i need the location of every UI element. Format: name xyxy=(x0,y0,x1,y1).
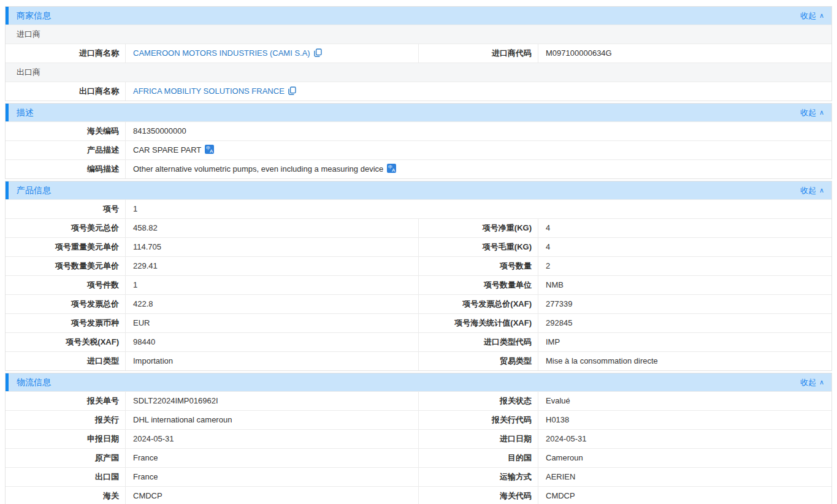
field-label: 项号件数 xyxy=(6,276,126,294)
collapse-button[interactable]: 收起∧ xyxy=(800,377,824,388)
value-text: 841350000000 xyxy=(133,126,186,136)
table-row: 项号1 xyxy=(6,199,831,218)
value-text: AERIEN xyxy=(546,472,575,481)
field-value: Mise à la consommation directe xyxy=(538,352,831,370)
field-label: 进口类型 xyxy=(6,352,126,370)
field-label: 项号海关统计值(XAF) xyxy=(419,314,538,332)
field-label: 申报日期 xyxy=(6,430,126,448)
value-text: CAR SPARE PART xyxy=(133,145,201,155)
svg-text:A: A xyxy=(210,148,213,154)
field-label: 项号净重(KG) xyxy=(419,219,538,237)
chevron-up-icon: ∧ xyxy=(819,109,824,116)
section-header: 商家信息收起∧ xyxy=(6,7,831,25)
collapse-label: 收起 xyxy=(800,185,816,196)
description-section: 描述收起∧海关编码841350000000产品描述CAR SPARE PART中… xyxy=(5,103,832,179)
value-text: SDLT22024IMP016962I xyxy=(133,396,218,405)
field-label: 进口商代码 xyxy=(419,44,538,63)
value-text: 229.41 xyxy=(133,261,158,270)
field-value: DHL international cameroun xyxy=(126,411,419,429)
value-text: CMDCP xyxy=(133,491,162,500)
field-value: CMDCP xyxy=(538,487,831,504)
value-text: CMDCP xyxy=(546,491,575,500)
value-text: M097100000634G xyxy=(546,48,612,58)
field-value: 292845 xyxy=(538,314,831,332)
field-label: 项号数量单位 xyxy=(419,276,538,294)
value-text: Mise à la consommation directe xyxy=(546,356,658,365)
product-info-section: 产品信息收起∧项号1项号美元总价458.82项号净重(KG)4项号重量美元单价1… xyxy=(5,181,832,371)
accent-bar xyxy=(6,373,9,391)
table-row: 进口类型Importation贸易类型Mise à la consommatio… xyxy=(6,351,831,370)
section-header: 描述收起∧ xyxy=(6,104,831,121)
value-text: 1 xyxy=(133,204,137,213)
value-text: 277339 xyxy=(546,299,572,308)
field-label: 产品描述 xyxy=(6,141,126,159)
table-row: 进口商名称CAMEROON MOTORS INDUSTRIES (CAMI S.… xyxy=(6,44,831,63)
copy-icon[interactable] xyxy=(314,48,322,57)
field-label: 目的国 xyxy=(419,449,538,467)
collapse-button[interactable]: 收起∧ xyxy=(800,10,824,21)
chevron-up-icon: ∧ xyxy=(819,187,824,194)
value-text: EUR xyxy=(133,318,150,327)
field-value: Importation xyxy=(126,352,419,370)
value-text: 292845 xyxy=(546,318,572,327)
value-text: Other alternative volumetric pumps, even… xyxy=(133,164,383,174)
collapse-button[interactable]: 收起∧ xyxy=(800,107,824,118)
table-row: 项号数量美元单价229.41项号数量2 xyxy=(6,256,831,275)
translate-icon[interactable]: 中A xyxy=(387,164,396,173)
svg-text:A: A xyxy=(392,167,396,173)
copy-icon[interactable] xyxy=(288,86,296,95)
field-label: 项号 xyxy=(6,200,126,218)
translate-icon[interactable]: 中A xyxy=(205,145,214,154)
field-label: 项号发票币种 xyxy=(6,314,126,332)
field-value: 2024-05-31 xyxy=(538,430,831,448)
field-value: Other alternative volumetric pumps, even… xyxy=(126,160,831,178)
field-label: 项号毛重(KG) xyxy=(419,238,538,256)
logistics-info-section: 物流信息收起∧报关单号SDLT22024IMP016962I报关状态Evalué… xyxy=(5,373,832,504)
value-text: 2024-05-31 xyxy=(133,434,174,443)
value-text: DHL international cameroun xyxy=(133,415,232,424)
field-label: 进口商名称 xyxy=(6,44,126,63)
field-value: H0138 xyxy=(538,411,831,429)
table-row: 项号美元总价458.82项号净重(KG)4 xyxy=(6,218,831,237)
accent-bar xyxy=(6,104,9,121)
collapse-label: 收起 xyxy=(800,10,816,21)
field-value: 422.8 xyxy=(126,295,419,313)
value-text: Cameroun xyxy=(546,453,583,462)
field-value: 458.82 xyxy=(126,219,419,237)
collapse-label: 收起 xyxy=(800,107,816,118)
field-label: 贸易类型 xyxy=(419,352,538,370)
field-value: 2 xyxy=(538,257,831,275)
field-value: 4 xyxy=(538,238,831,256)
field-value: M097100000634G xyxy=(538,44,831,63)
value-text: Importation xyxy=(133,356,173,365)
value-text: 2024-05-31 xyxy=(546,434,587,443)
value-text: 2 xyxy=(546,261,550,270)
field-label: 项号发票总价(XAF) xyxy=(419,295,538,313)
table-row: 报关行DHL international cameroun报关行代码H0138 xyxy=(6,410,831,429)
field-value: France xyxy=(126,468,419,486)
table-row: 项号件数1项号数量单位NMB xyxy=(6,275,831,294)
field-label: 海关代码 xyxy=(419,487,538,504)
table-row: 出口商名称AFRICA MOBILITY SOLUTIONS FRANCE xyxy=(6,82,831,101)
field-value: CMDCP xyxy=(126,487,419,504)
collapse-button[interactable]: 收起∧ xyxy=(800,185,824,196)
field-label: 进口日期 xyxy=(419,430,538,448)
field-label: 项号数量美元单价 xyxy=(6,257,126,275)
collapse-label: 收起 xyxy=(800,377,816,388)
field-label: 项号重量美元单价 xyxy=(6,238,126,256)
field-label: 海关 xyxy=(6,487,126,504)
field-value: 4 xyxy=(538,219,831,237)
field-label: 项号数量 xyxy=(419,257,538,275)
table-row: 编码描述Other alternative volumetric pumps, … xyxy=(6,159,831,178)
value-text: Evalué xyxy=(546,396,570,405)
field-label: 出口国 xyxy=(6,468,126,486)
merchant-info-section: 商家信息收起∧进口商进口商名称CAMEROON MOTORS INDUSTRIE… xyxy=(5,6,832,101)
subsection-row: 进口商 xyxy=(6,25,831,44)
company-link[interactable]: CAMEROON MOTORS INDUSTRIES (CAMI S.A) xyxy=(133,48,310,58)
table-row: 产品描述CAR SPARE PART中A xyxy=(6,140,831,159)
field-value: 229.41 xyxy=(126,257,419,275)
company-link[interactable]: AFRICA MOBILITY SOLUTIONS FRANCE xyxy=(133,86,285,96)
table-row: 项号发票总价422.8项号发票总价(XAF)277339 xyxy=(6,294,831,313)
value-text: 458.82 xyxy=(133,223,158,232)
table-row: 海关编码841350000000 xyxy=(6,121,831,140)
